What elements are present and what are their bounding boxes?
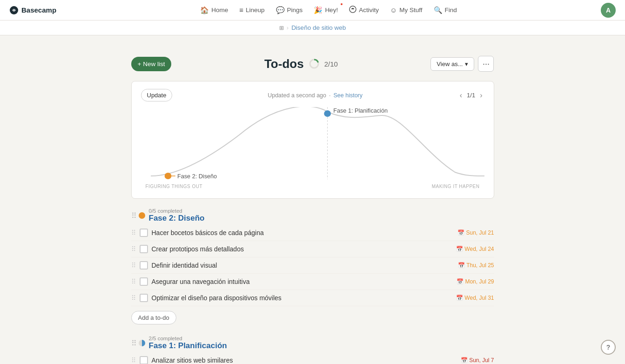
- calendar-icon: 📅: [457, 278, 464, 285]
- todo-item[interactable]: ⠿ Definir identidad visual 📅 Thu, Jul 25: [131, 257, 494, 274]
- nav-find[interactable]: 🔍 Find: [429, 3, 462, 17]
- todo-date: 📅 Wed, Jul 24: [456, 246, 494, 252]
- breadcrumb: ⊞ › Diseño de sitio web: [279, 24, 346, 31]
- progress-label: 2/10: [324, 60, 338, 68]
- update-button[interactable]: Update: [141, 89, 173, 101]
- todo-checkbox-6[interactable]: [140, 356, 148, 364]
- todo-item[interactable]: ⠿ Hacer bocetos básicos de cada página 📅…: [131, 225, 494, 241]
- hill-pagination: ‹ 1/1 ›: [458, 90, 484, 101]
- fase2-phase-dot: [139, 212, 145, 219]
- todo-checkbox-3[interactable]: [140, 261, 148, 270]
- calendar-icon: 📅: [456, 246, 463, 252]
- calendar-icon: 📅: [456, 295, 463, 301]
- todo-date: 📅 Wed, Jul 31: [456, 295, 494, 301]
- nav-items: 🏠 Home ≡ Lineup 💬 Pings 🎉 Hey! Activity …: [195, 3, 462, 17]
- my-stuff-icon: ☺: [390, 6, 397, 14]
- grid-icon[interactable]: ⊞: [279, 25, 284, 31]
- drag-handle-icon: ⠿: [131, 278, 136, 285]
- todo-item[interactable]: ⠿ Asegurar una navegación intuitiva 📅 Mo…: [131, 274, 494, 290]
- todo-group-fase2: ⠿ 0/5 completed Fase 2: Diseño ⠿ Hacer b…: [131, 208, 494, 324]
- page-actions: View as... ▾ ···: [430, 56, 494, 72]
- drag-handle-icon: ⠿: [131, 245, 136, 253]
- todo-checkbox-2[interactable]: [140, 245, 148, 253]
- todo-item[interactable]: ⠿ Analizar sitios web similares 📅 Sun, J…: [131, 352, 494, 364]
- calendar-icon: 📅: [458, 262, 465, 269]
- todo-items-fase1: ⠿ Analizar sitios web similares 📅 Sun, J…: [131, 352, 494, 364]
- todo-date: 📅 Mon, Jul 29: [457, 278, 494, 285]
- todo-items-fase2: ⠿ Hacer bocetos básicos de cada página 📅…: [131, 225, 494, 306]
- drag-handle-icon: ⠿: [131, 294, 136, 302]
- todo-group-header-fase2: ⠿ 0/5 completed Fase 2: Diseño: [131, 208, 494, 223]
- todo-date: 📅 Sun, Jul 21: [457, 229, 494, 236]
- todo-text: Crear prototipos más detallados: [152, 245, 453, 253]
- add-todo-button-fase2[interactable]: Add a to-do: [131, 311, 176, 324]
- svg-text:Fase 2: Diseño: Fase 2: Diseño: [177, 173, 217, 180]
- top-nav: Basecamp 🏠 Home ≡ Lineup 💬 Pings 🎉 Hey! …: [0, 0, 625, 20]
- help-button[interactable]: ?: [601, 340, 616, 355]
- hill-chart-section: Update Updated a second ago · See histor…: [131, 81, 494, 199]
- drag-handle-group: ⠿: [131, 339, 135, 348]
- todo-date: 📅 Thu, Jul 25: [458, 262, 494, 269]
- fase2-title-link[interactable]: Fase 2: Diseño: [149, 214, 205, 223]
- see-history-link[interactable]: See history: [333, 92, 363, 99]
- view-as-button[interactable]: View as... ▾: [430, 57, 474, 71]
- fase1-phase-dot: [139, 340, 145, 346]
- activity-icon: [349, 6, 356, 14]
- fase1-dot: [324, 110, 331, 117]
- todo-date: 📅 Sun, Jul 7: [461, 357, 494, 364]
- main-content: + New list To-dos 2/10 View as... ▾ ···: [122, 47, 504, 364]
- nav-my-stuff[interactable]: ☺ My Stuff: [385, 3, 427, 17]
- find-icon: 🔍: [434, 6, 443, 14]
- hill-chart-container: Fase 2: Diseño Fase 1: Planificación FIG…: [141, 107, 484, 191]
- hill-labels: FIGURING THINGS OUT MAKING IT HAPPEN: [141, 184, 484, 189]
- todo-group-fase1: ⠿ 2/5 completed Fase 1: Planificación ⠿ …: [131, 336, 494, 364]
- todo-checkbox-4[interactable]: [140, 277, 148, 286]
- hill-chart-header: Update Updated a second ago · See histor…: [141, 89, 484, 101]
- todo-item[interactable]: ⠿ Optimizar el diseño para dispositivos …: [131, 290, 494, 306]
- hill-prev-button[interactable]: ‹: [458, 90, 464, 101]
- calendar-icon: 📅: [457, 229, 464, 236]
- todo-text: Asegurar una navegación intuitiva: [152, 278, 453, 285]
- hey-notification-dot: [340, 2, 343, 6]
- lineup-icon: ≡: [239, 6, 243, 14]
- drag-handle-icon: ⠿: [131, 262, 136, 269]
- drag-handle-icon: ⠿: [131, 229, 136, 236]
- todo-text: Hacer bocetos básicos de cada página: [152, 229, 454, 236]
- calendar-icon: 📅: [461, 357, 468, 364]
- hill-meta: Updated a second ago · See history: [268, 92, 363, 99]
- todo-text: Analizar sitios web similares: [152, 357, 457, 364]
- fase1-title-link[interactable]: Fase 1: Planificación: [149, 341, 227, 351]
- nav-activity[interactable]: Activity: [344, 3, 383, 17]
- todo-item[interactable]: ⠿ Crear prototipos más detallados 📅 Wed,…: [131, 241, 494, 257]
- todo-checkbox-1[interactable]: [140, 229, 148, 237]
- more-options-button[interactable]: ···: [478, 56, 494, 72]
- drag-handle-icon: ⠿: [131, 357, 136, 364]
- nav-lineup[interactable]: ≡ Lineup: [235, 3, 269, 17]
- todo-text: Definir identidad visual: [152, 262, 455, 269]
- hill-next-button[interactable]: ›: [478, 90, 484, 101]
- avatar[interactable]: A: [601, 3, 616, 18]
- project-breadcrumb-link[interactable]: Diseño de sitio web: [291, 24, 346, 31]
- todo-group-header-fase1: ⠿ 2/5 completed Fase 1: Planificación: [131, 336, 494, 351]
- logo[interactable]: Basecamp: [9, 6, 56, 15]
- page-title-area: To-dos 2/10: [264, 57, 338, 71]
- progress-circle: [309, 58, 320, 69]
- drag-handle-group: ⠿: [131, 211, 135, 220]
- page-header: + New list To-dos 2/10 View as... ▾ ···: [131, 56, 494, 72]
- todo-text: Optimizar el diseño para dispositivos mó…: [152, 294, 453, 302]
- home-icon: 🏠: [200, 6, 209, 14]
- hill-chart-svg: Fase 2: Diseño Fase 1: Planificación: [141, 107, 484, 182]
- fase1-status: 2/5 completed: [149, 336, 227, 341]
- hey-icon: 🎉: [314, 6, 323, 14]
- todo-checkbox-5[interactable]: [140, 294, 148, 302]
- pings-icon: 💬: [276, 6, 285, 14]
- svg-text:Fase 1: Planificación: Fase 1: Planificación: [333, 108, 388, 114]
- chevron-down-icon: ▾: [465, 61, 468, 67]
- nav-hey[interactable]: 🎉 Hey!: [309, 3, 343, 17]
- page-title: To-dos 2/10: [264, 57, 338, 71]
- new-list-button[interactable]: + New list: [131, 57, 172, 71]
- nav-home[interactable]: 🏠 Home: [195, 3, 233, 17]
- breadcrumb-bar: ⊞ › Diseño de sitio web: [0, 20, 625, 35]
- nav-pings[interactable]: 💬 Pings: [271, 3, 308, 17]
- fase2-status: 0/5 completed: [149, 208, 205, 214]
